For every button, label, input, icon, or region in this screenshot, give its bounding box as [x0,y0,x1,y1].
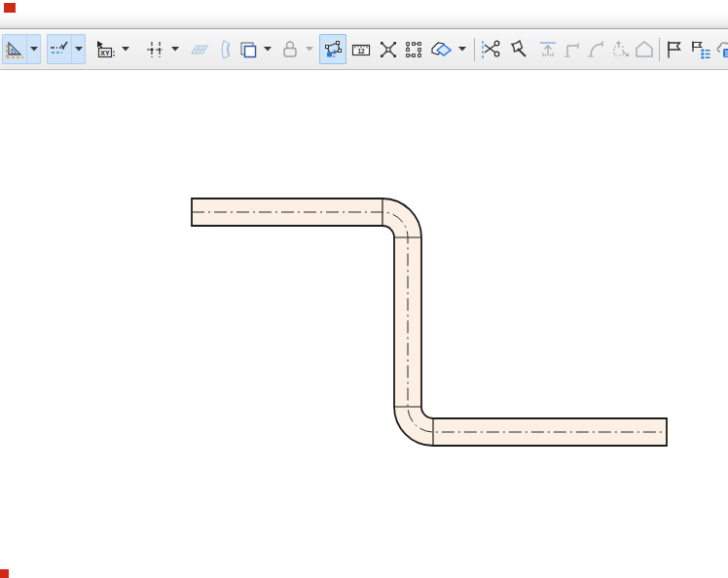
duct-centerline [192,212,667,432]
drawing-layer [0,0,728,578]
capture-marker-bottom-left [0,569,9,578]
duct-element[interactable] [192,199,667,446]
capture-markers [0,3,16,578]
duct-outline [192,199,667,446]
application-window: XY [0,0,728,578]
capture-marker-top-left [4,3,16,13]
